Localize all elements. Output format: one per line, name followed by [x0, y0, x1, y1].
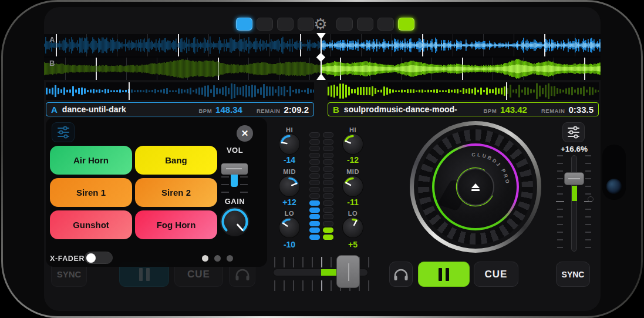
sample-pad-air-horn[interactable]: Air Horn [50, 146, 132, 175]
channel-b-hi-label: HI [335, 126, 370, 133]
channel-a-lo-knob[interactable] [279, 217, 299, 237]
gain-label: GAIN [220, 197, 249, 206]
indicator-slot-active[interactable] [236, 18, 252, 31]
vol-label: VOL [220, 146, 249, 155]
channel-a-mid-label: MID [272, 168, 307, 175]
deck-b-track-title: soulprodmusic-dance-mood- [344, 105, 457, 114]
sample-pad-bang[interactable]: Bang [135, 146, 217, 175]
indicator-slot[interactable] [357, 18, 373, 31]
pitch-handle[interactable] [564, 172, 584, 185]
headphones-icon [235, 268, 250, 281]
crossfader[interactable] [273, 254, 370, 289]
deck-b-fx-button[interactable] [562, 122, 585, 142]
sample-pad-label: Siren 1 [76, 188, 106, 198]
sample-pad-siren-2[interactable]: Siren 2 [135, 178, 217, 207]
pitch-ticks-left [556, 155, 564, 254]
channel-b-mid-value: -11 [335, 198, 370, 207]
gain-knob[interactable] [220, 207, 249, 236]
deck-a-letter: A [51, 105, 58, 115]
page-dot [202, 255, 208, 262]
deck-b-cue-button[interactable]: CUE [474, 262, 518, 287]
channel-b-lo-label: LO [335, 210, 370, 217]
sample-pad-gunshot[interactable]: Gunshot [50, 210, 132, 239]
deck-a-remain-value: 2:09.2 [284, 105, 309, 115]
channel-b-hi-value: -12 [335, 155, 370, 165]
deck-b-track-bar: B soulprodmusic-dance-mood- BPM 143.42 R… [328, 102, 599, 116]
playhead-marker [314, 31, 328, 82]
channel-a-lo-value: -10 [272, 240, 307, 249]
indicator-slot[interactable] [377, 18, 394, 31]
sample-pads-panel: ✕ Air HornBangSiren 1Siren 2GunshotFog H… [46, 118, 267, 267]
page-dot [227, 255, 233, 262]
headphones-icon [393, 268, 409, 281]
deck-b-jog-wheel[interactable]: CLUBDJ PRO [410, 121, 541, 253]
deck-b-indicator-group [336, 18, 414, 31]
deck-b-pitch-fader[interactable] [556, 154, 592, 255]
indicator-slot-active[interactable] [398, 18, 414, 31]
deck-b-headphone-button[interactable] [389, 262, 413, 287]
deck-a-overview-waveform[interactable] [46, 82, 314, 100]
sample-pad-label: Fog Horn [157, 220, 196, 230]
sample-pad-label: Gunshot [73, 220, 109, 230]
sliders-icon [567, 125, 581, 139]
sample-pad-siren-1[interactable]: Siren 1 [50, 178, 132, 207]
camera-lens-icon [606, 179, 622, 194]
deck-a-bpm-value: 148.34 [215, 105, 242, 115]
deck-b-pause-button[interactable] [418, 262, 470, 287]
pause-icon [139, 268, 150, 281]
playhead-triangle-top-icon [316, 33, 326, 39]
crossfader-fill [321, 269, 338, 276]
xfader-toggle[interactable] [85, 252, 113, 264]
indicator-slot[interactable] [277, 18, 294, 31]
dj-app-screenshot: ⚙ A B A dance-until-dark BPM 148.34 [0, 0, 644, 318]
channel-b-lo-knob[interactable] [343, 217, 363, 237]
eject-icon-bar [471, 189, 480, 191]
deck-a-track-title: dance-until-dark [62, 105, 126, 114]
channel-a-hi-knob[interactable] [279, 134, 299, 154]
pause-icon [439, 268, 449, 281]
sample-pad-label: Bang [165, 155, 187, 165]
deck-b-bpm-value: 143.42 [500, 105, 527, 115]
channel-b-lo-value: +5 [335, 240, 370, 249]
camera-pill [602, 145, 626, 200]
channel-b-mid-knob[interactable] [343, 176, 363, 196]
channel-b-mid-label: MID [335, 168, 370, 175]
playhead-triangle-bottom-icon [316, 73, 326, 80]
indicator-slot[interactable] [257, 18, 273, 31]
channel-a-hi-label: HI [272, 126, 307, 133]
pitch-fill [572, 186, 577, 201]
channel-b-hi-knob[interactable] [343, 134, 363, 154]
xfader-label: X-FADER [50, 255, 85, 263]
playhead-diamond-icon [316, 53, 326, 62]
crossfader-handle[interactable] [336, 255, 360, 288]
lane-b-label: B [49, 59, 55, 68]
deck-b-letter: B [333, 105, 339, 115]
deck-a-bpm-label: BPM [198, 108, 212, 114]
deck-a-track-bar: A dance-until-dark BPM 148.34 REMAIN 2:0… [46, 102, 314, 116]
channel-a-lo-label: LO [272, 210, 307, 217]
deck-a-indicator-group [236, 18, 314, 31]
eject-button[interactable] [457, 168, 494, 206]
deck-a-remain-label: REMAIN [257, 108, 280, 114]
channel-a-hi-value: -14 [272, 155, 307, 165]
indicator-slot[interactable] [336, 18, 353, 31]
vu-meter-a [309, 132, 320, 240]
deck-b-overview-waveform[interactable] [328, 82, 599, 100]
channel-a-mid-knob[interactable] [279, 176, 299, 196]
pitch-track[interactable] [571, 155, 577, 252]
vol-fader-stem [231, 174, 238, 187]
sample-pad-label: Siren 2 [161, 188, 191, 198]
lane-a-label: A [49, 35, 55, 44]
eject-icon [471, 183, 480, 188]
pitch-ticks-right [584, 155, 592, 254]
deck-b-remain-label: REMAIN [541, 108, 565, 114]
vol-fader-handle[interactable] [221, 163, 248, 175]
sample-pad-fog-horn[interactable]: Fog Horn [135, 210, 217, 239]
vu-meter-b [323, 132, 333, 240]
page-dots [202, 255, 233, 262]
deck-b-remain-value: 0:33.5 [568, 105, 594, 115]
sample-pad-label: Air Horn [73, 155, 109, 165]
deck-b-sync-button[interactable]: SYNC [556, 262, 590, 287]
pitch-reset-dot[interactable] [588, 196, 594, 202]
channel-a-mid-value: +12 [272, 198, 307, 207]
